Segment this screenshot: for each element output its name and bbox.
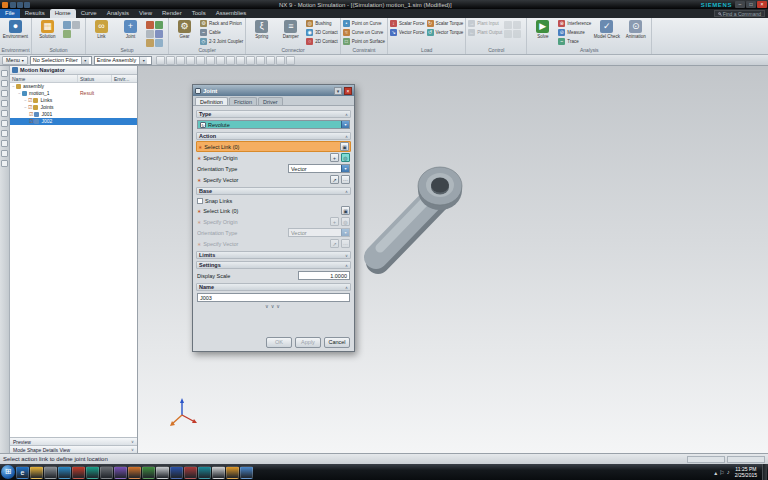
trace-button[interactable]: ~Trace (558, 37, 591, 46)
tree-row-j001[interactable]: ☑J001 (10, 111, 137, 118)
tab-file[interactable]: File (0, 9, 20, 18)
base-select-link-row[interactable]: ∗ Select Link (0) ▣ (196, 205, 351, 216)
tab-driver[interactable]: Driver (258, 97, 283, 105)
orientation-type-dropdown[interactable]: Vector ▾ (288, 164, 350, 173)
orientation-triad[interactable] (166, 396, 200, 430)
apply-button[interactable]: Apply (295, 337, 321, 348)
process-studio-icon[interactable] (1, 140, 8, 147)
solve-button[interactable]: ▶Solve (529, 19, 556, 39)
dialog-collapse-chevrons[interactable]: ∨∨∨ (196, 303, 351, 310)
plant-input-button[interactable]: →Plant Input (468, 19, 502, 28)
snap-links-row[interactable]: Snap Links (196, 196, 351, 205)
taskbar-app-11[interactable] (156, 466, 169, 479)
vector-torque-button[interactable]: ↺Vector Torque (427, 28, 464, 37)
minimize-button[interactable]: – (735, 1, 745, 8)
tree-row-motion-1[interactable]: −motion_1Result (10, 90, 137, 97)
rack-and-pinion-button[interactable]: ⚙Rack and Pinion (200, 19, 243, 28)
select-link-icon[interactable]: ▣ (340, 142, 349, 151)
section-base[interactable]: Base ∧ (196, 187, 351, 195)
tray-icon[interactable]: ▴ (714, 469, 717, 476)
snap-links-checkbox[interactable] (197, 198, 203, 204)
taskbar-app-5[interactable] (72, 466, 85, 479)
tool-icon[interactable] (72, 21, 80, 29)
joint-type-dropdown[interactable]: ↻ Revolute ▾ (197, 120, 350, 129)
taskbar-app-7[interactable] (100, 466, 113, 479)
row-checkbox[interactable]: ☑ (29, 118, 33, 125)
section-settings[interactable]: Settings ∧ (196, 261, 351, 269)
tab-results[interactable]: Results (20, 9, 50, 18)
internet-browser-icon[interactable] (1, 120, 8, 127)
section-name[interactable]: Name ∧ (196, 283, 351, 291)
gear-button[interactable]: ⚙Gear (171, 19, 198, 39)
layer-settings-icon[interactable] (266, 56, 275, 65)
roles-icon[interactable] (1, 160, 8, 167)
tab-home[interactable]: Home (50, 9, 76, 18)
show-hide-icon[interactable] (256, 56, 265, 65)
solution-button[interactable]: ▦Solution (34, 19, 61, 39)
taskbar-app-12[interactable] (170, 466, 183, 479)
taskbar-app-13[interactable] (184, 466, 197, 479)
model-check-button[interactable]: ✓Model Check (593, 19, 620, 39)
qat-icon[interactable] (10, 2, 16, 8)
history-icon[interactable] (1, 130, 8, 137)
show-desktop-button[interactable] (762, 464, 767, 480)
taskbar-app-4[interactable] (58, 466, 71, 479)
tool-icon[interactable] (146, 39, 154, 47)
tab-view[interactable]: View (134, 9, 157, 18)
tool-icon[interactable] (513, 21, 521, 29)
tray-icon[interactable]: ♪ (727, 469, 730, 476)
joint-button[interactable]: +Joint (117, 19, 144, 39)
ok-button[interactable]: OK (266, 337, 292, 348)
cable-button[interactable]: ~Cable (200, 28, 243, 37)
hd3d-tools-icon[interactable] (1, 110, 8, 117)
pan-icon[interactable] (186, 56, 195, 65)
assembly-navigator-icon[interactable] (1, 70, 8, 77)
rotate-icon[interactable] (196, 56, 205, 65)
tool-icon[interactable] (146, 30, 154, 38)
tool-icon[interactable] (63, 21, 71, 29)
manage-views-icon[interactable] (1, 150, 8, 157)
point-on-surface-button[interactable]: □Point on Surface (343, 37, 385, 46)
section-action[interactable]: Action ∧ (196, 132, 351, 140)
wireframe-view-icon[interactable] (216, 56, 225, 65)
part-link-arm[interactable] (350, 158, 475, 283)
tree-row-j002[interactable]: ☑J002 (10, 118, 137, 125)
scalar-force-button[interactable]: ↓Scalar Force (390, 19, 425, 28)
tab-render[interactable]: Render (157, 9, 187, 18)
tab-curve[interactable]: Curve (76, 9, 102, 18)
start-button[interactable]: ⊞ (1, 465, 15, 479)
point-constructor-icon[interactable]: ◎ (341, 153, 350, 162)
animation-button[interactable]: ⊙Animation (622, 19, 649, 39)
section-limits[interactable]: Limits ∨ (196, 251, 351, 259)
shaded-view-icon[interactable] (206, 56, 215, 65)
tree-row-joints[interactable]: −☑Joints (10, 104, 137, 111)
tool-icon[interactable] (63, 30, 71, 38)
section-type[interactable]: Type ∧ (196, 110, 351, 118)
tree-row-links[interactable]: −☑Links (10, 97, 137, 104)
mode-shape-details-bar[interactable]: Mode Shape Details View ∨ (10, 445, 137, 453)
close-button[interactable]: × (757, 1, 767, 8)
find-command-box[interactable]: Find a Command (714, 10, 765, 17)
action-specify-vector-row[interactable]: ∗ Specify Vector ↗ ⋯ (196, 174, 351, 185)
maximize-button[interactable]: □ (746, 1, 756, 8)
menu-button[interactable]: Menu ▾ (2, 56, 28, 65)
work-plane-icon[interactable] (246, 56, 255, 65)
tool-icon[interactable] (504, 21, 512, 29)
tab-analysis[interactable]: Analysis (102, 9, 134, 18)
taskbar-app-15[interactable] (212, 466, 225, 479)
tab-friction[interactable]: Friction (229, 97, 257, 105)
interference-button[interactable]: ⊗Interference (558, 19, 591, 28)
curve-on-curve-button[interactable]: ≈Curve on Curve (343, 28, 385, 37)
qat-icon[interactable] (17, 2, 23, 8)
taskbar-app-6[interactable] (86, 466, 99, 479)
tray-icon[interactable]: ⚐ (719, 469, 724, 476)
taskbar-app-2[interactable] (30, 466, 43, 479)
zoom-icon[interactable] (176, 56, 185, 65)
tab-tools[interactable]: Tools (187, 9, 211, 18)
vector-force-button[interactable]: ↘Vector Force (390, 28, 425, 37)
object-display-icon[interactable] (276, 56, 285, 65)
constraint-navigator-icon[interactable] (1, 80, 8, 87)
tool-icon[interactable] (504, 30, 512, 38)
taskbar-app-1[interactable]: e (16, 466, 29, 479)
dialog-options-icon[interactable]: ▾ (334, 87, 342, 95)
